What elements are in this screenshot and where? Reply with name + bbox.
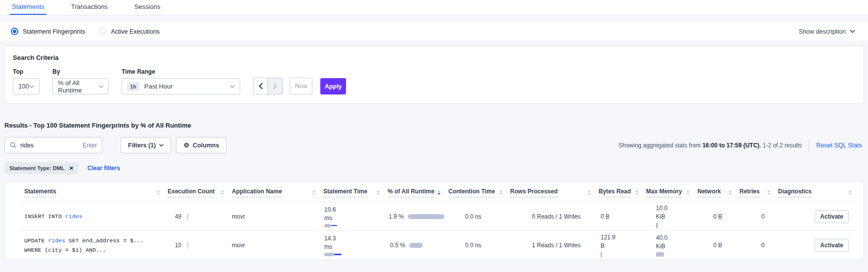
max-memory-bar xyxy=(656,252,664,257)
execution-count-cell: 10 xyxy=(164,231,228,260)
table-name-token: rides xyxy=(48,237,65,244)
contention-time-cell: 0.0 ns xyxy=(444,202,506,231)
enter-hint: Enter xyxy=(83,142,97,149)
sort-icon[interactable] xyxy=(849,190,852,195)
tab-statements[interactable]: Statements xyxy=(10,0,46,15)
time-range-select[interactable]: 1h Past Hour xyxy=(122,78,240,94)
radio-active-executions[interactable]: Active Executions xyxy=(99,28,160,35)
statements-table: Statements Execution Count Application N… xyxy=(4,181,864,260)
column-header-execution-count[interactable]: Execution Count xyxy=(164,181,228,202)
clear-filters-link[interactable]: Clear filters xyxy=(87,165,120,172)
column-header-contention-time[interactable]: Contention Time xyxy=(444,181,506,202)
chevron-down-icon xyxy=(159,144,164,147)
sort-icon[interactable] xyxy=(767,190,770,195)
radio-label: Active Executions xyxy=(111,28,160,35)
chevron-down-icon xyxy=(850,30,855,33)
statement-time-cell: 14.3 ms xyxy=(319,231,384,260)
tab-sessions[interactable]: Sessions xyxy=(132,0,163,15)
statement-link[interactable]: INSERT INTO rides xyxy=(20,212,164,221)
rows-processed-cell: 1 Reads / 1 Writes xyxy=(506,231,595,260)
gear-icon: ⚙ xyxy=(183,142,189,148)
time-range-badge: 1h xyxy=(127,82,139,91)
execution-count-sparkbar xyxy=(187,213,188,220)
top-label: Top xyxy=(13,68,40,75)
search-box: Enter xyxy=(4,137,102,153)
sort-icon[interactable] xyxy=(499,190,502,195)
table-header-row: Statements Execution Count Application N… xyxy=(20,181,856,202)
sort-icon[interactable] xyxy=(377,190,380,195)
activate-diagnostics-button[interactable]: Activate xyxy=(815,210,849,223)
search-input[interactable] xyxy=(20,142,79,149)
radio-statement-fingerprints[interactable]: Statement Fingerprints xyxy=(11,28,85,35)
max-memory-cell: 10.0 KiB xyxy=(642,202,694,231)
close-icon[interactable]: ✕ xyxy=(69,165,74,172)
network-cell: 0 B xyxy=(694,202,736,231)
filters-button[interactable]: Filters (1) xyxy=(121,137,171,153)
column-header-rows-processed[interactable]: Rows Processed xyxy=(506,181,595,202)
column-header-application-name[interactable]: Application Name xyxy=(228,181,319,202)
bytes-read-cell: 0 B xyxy=(595,202,642,231)
chevron-right-icon xyxy=(273,83,277,89)
column-header-max-memory[interactable]: Max Memory xyxy=(642,181,694,202)
runtime-pct-bar xyxy=(409,243,423,248)
column-header-network[interactable]: Network xyxy=(694,181,736,202)
tab-transactions[interactable]: Transactions xyxy=(69,0,110,15)
execution-count-sparkbar xyxy=(187,242,188,249)
column-header-statement-time[interactable]: Statement Time xyxy=(319,181,384,202)
activate-diagnostics-button[interactable]: Activate xyxy=(815,239,849,252)
table-row: INSERT INTO rides 49 movr 10.6 ms 1.9 % … xyxy=(20,202,856,231)
rows-processed-cell: 0 Reads / 1 Writes xyxy=(506,202,595,231)
sort-icon[interactable] xyxy=(221,190,224,195)
reset-sql-stats-link[interactable]: Reset SQL Stats xyxy=(816,142,862,149)
search-icon xyxy=(10,142,16,148)
max-memory-bar xyxy=(656,223,658,228)
table-name-token: rides xyxy=(65,213,83,220)
statement-cell: UPDATE rides SET end_address = $... WHER… xyxy=(20,231,164,260)
runtime-pct-cell: 0.5 % xyxy=(384,231,444,260)
apply-button[interactable]: Apply xyxy=(320,78,346,94)
sort-icon[interactable] xyxy=(157,190,160,195)
sort-icon-active[interactable] xyxy=(437,190,440,195)
column-header-bytes-read[interactable]: Bytes Read xyxy=(595,181,642,202)
column-header-diagnostics[interactable]: Diagnostics xyxy=(774,181,856,202)
by-value: % of All Runtime xyxy=(58,79,99,94)
show-description-label: Show description xyxy=(799,28,846,35)
columns-button[interactable]: ⚙ Columns xyxy=(176,137,226,153)
radio-unselected-icon[interactable] xyxy=(99,28,106,35)
table-row: UPDATE rides SET end_address = $... WHER… xyxy=(20,231,856,260)
application-name-cell: movr xyxy=(228,202,319,231)
sort-icon[interactable] xyxy=(588,190,591,195)
filter-chip-statement-type[interactable]: Statement Type: DML ✕ xyxy=(4,162,79,174)
sort-icon[interactable] xyxy=(312,190,315,195)
top-select[interactable]: 100 xyxy=(13,78,40,94)
search-criteria-title: Search Criteria xyxy=(13,54,852,61)
column-header-statements[interactable]: Statements xyxy=(20,181,164,202)
chevron-left-icon xyxy=(259,83,262,89)
sort-icon[interactable] xyxy=(635,190,638,195)
chevron-down-icon xyxy=(99,85,103,88)
statement-link[interactable]: UPDATE rides SET end_address = $... WHER… xyxy=(20,236,164,255)
column-header-retries[interactable]: Retries xyxy=(736,181,774,202)
statement-time-sparkbar xyxy=(324,224,344,227)
previous-time-range-button[interactable] xyxy=(253,78,268,94)
time-range-value: Past Hour xyxy=(144,83,173,90)
diagnostics-cell: Activate xyxy=(774,231,856,260)
retries-cell: 0 xyxy=(736,231,774,260)
columns-label: Columns xyxy=(193,142,219,149)
radio-selected-icon[interactable] xyxy=(11,28,18,35)
show-description-toggle[interactable]: Show description xyxy=(799,28,855,35)
runtime-pct-cell: 1.9 % xyxy=(384,202,444,231)
column-header-pct-of-all-runtime[interactable]: % of All Runtime xyxy=(384,181,444,202)
time-range-field: Time Range 1h Past Hour xyxy=(122,68,240,94)
sort-icon[interactable] xyxy=(687,190,690,195)
filter-chip-label: Statement Type: DML xyxy=(9,165,65,171)
by-field: By % of All Runtime xyxy=(52,68,109,94)
by-select[interactable]: % of All Runtime xyxy=(52,78,109,94)
network-cell: 0 B xyxy=(694,231,736,260)
top-tab-bar: Statements Transactions Sessions xyxy=(0,0,868,15)
next-time-range-button[interactable] xyxy=(268,78,283,94)
stats-area: Showing aggregated stats from 16:00 to 1… xyxy=(619,138,865,152)
filters-label: Filters (1) xyxy=(128,142,156,149)
now-button[interactable]: Now xyxy=(290,78,312,94)
sort-icon[interactable] xyxy=(729,190,732,195)
